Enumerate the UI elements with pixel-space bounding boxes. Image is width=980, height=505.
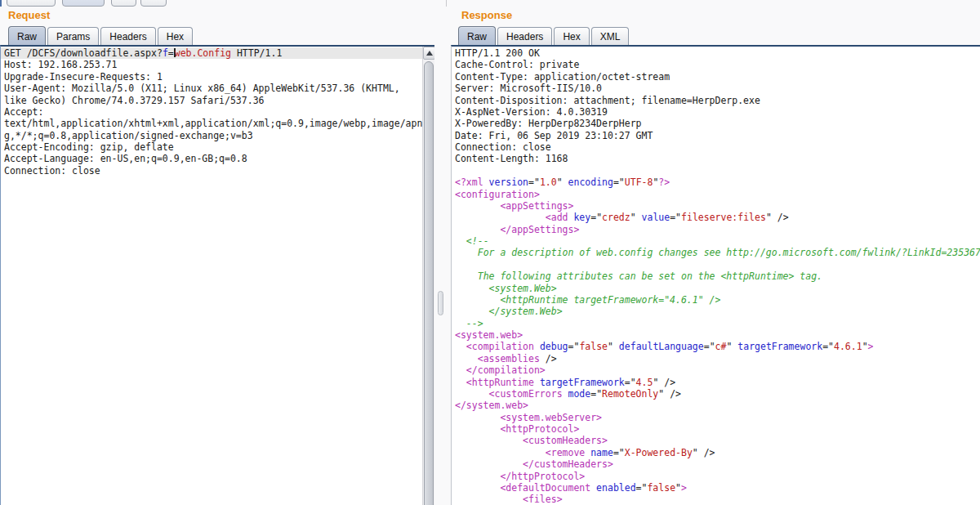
response-raw-text[interactable]: HTTP/1.1 200 OKCache-Control: privateCon…	[452, 47, 980, 505]
code-line: X-AspNet-Version: 4.0.30319	[455, 106, 980, 118]
tab-hex[interactable]: Hex	[554, 27, 589, 45]
window-edge-accent	[0, 0, 2, 7]
code-line: <files>	[455, 494, 980, 505]
code-line: <system.web>	[455, 329, 980, 341]
code-line: <httpRuntime targetFramework="4.5" />	[455, 377, 980, 388]
code-line: Connection: close	[4, 165, 422, 177]
code-line: Server: Microsoft-IIS/10.0	[455, 83, 980, 94]
code-line: Content-Type: application/octet-stream	[455, 71, 980, 83]
code-line: Cache-Control: private	[455, 59, 980, 70]
code-line: g,*/*;q=0.8,application/signed-exchange;…	[4, 130, 422, 141]
code-line: </appSettings>	[455, 224, 980, 235]
code-line: Upgrade-Insecure-Requests: 1	[4, 71, 422, 83]
tab-xml[interactable]: XML	[591, 27, 630, 45]
request-scrollbar[interactable]	[422, 47, 434, 505]
code-line: <compilation debug="false" defaultLangua…	[455, 341, 980, 352]
code-line: User-Agent: Mozilla/5.0 (X11; Linux x86_…	[4, 83, 422, 94]
code-line: Content-Disposition: attachment; filenam…	[455, 95, 980, 106]
code-line: </system.web>	[455, 400, 980, 411]
tab-params[interactable]: Params	[47, 27, 99, 45]
code-line: <customHeaders>	[455, 435, 980, 446]
scrollbar-thumb[interactable]	[424, 61, 434, 505]
code-line: <customErrors mode="RemoteOnly" />	[455, 388, 980, 400]
tab-headers[interactable]: Headers	[497, 27, 552, 45]
toolbar-button-1[interactable]	[7, 0, 56, 7]
code-line: like Gecko) Chrome/74.0.3729.157 Safari/…	[4, 95, 422, 106]
code-line: text/html,application/xhtml+xml,applicat…	[4, 118, 422, 129]
response-title: Response	[461, 9, 512, 21]
code-line: Accept:	[4, 106, 422, 118]
request-title: Request	[8, 9, 50, 21]
code-line: HTTP/1.1 200 OK	[455, 47, 980, 59]
code-line	[455, 259, 980, 270]
scroll-up-button[interactable]	[423, 47, 434, 60]
code-line: Accept-Encoding: gzip, deflate	[4, 141, 422, 153]
code-line: <add key="credz" value="fileserve:files"…	[455, 212, 980, 223]
code-line: For a description of web.config changes …	[455, 247, 980, 258]
code-line	[455, 165, 980, 177]
pane-divider[interactable]	[434, 45, 451, 505]
code-line: </system.Web>	[455, 306, 980, 317]
code-line: X-PoweredBy: HerpDerp8234DerpHerp	[455, 118, 980, 129]
code-line: <defaultDocument enabled="false">	[455, 482, 980, 494]
code-line: <httpProtocol>	[455, 423, 980, 435]
code-line: Connection: close	[455, 141, 980, 153]
code-line: <?xml version="1.0" encoding="UTF-8"?>	[455, 177, 980, 188]
code-line: The following attributes can be set on t…	[455, 270, 980, 282]
code-line: <httpRuntime targetFramework="4.6.1" />	[455, 294, 980, 306]
response-tabs: RawHeadersHexXML	[458, 27, 630, 45]
tab-hex[interactable]: Hex	[158, 27, 193, 45]
code-line: </customHeaders>	[455, 458, 980, 470]
top-divider-line	[446, 0, 447, 7]
code-line: </httpProtocol>	[455, 471, 980, 482]
code-line: -->	[455, 318, 980, 329]
burp-message-editor: Request RawParamsHeadersHex GET /DCFS/do…	[0, 0, 980, 505]
tab-raw[interactable]: Raw	[458, 26, 496, 45]
code-line: <system.Web>	[455, 283, 980, 294]
code-line: <assemblies />	[455, 353, 980, 364]
code-line: <configuration>	[455, 189, 980, 200]
response-editor[interactable]: HTTP/1.1 200 OKCache-Control: privateCon…	[451, 45, 980, 505]
code-line: GET /DCFS/downloadfile.aspx?f=web.Config…	[1, 47, 422, 59]
toolbar-button-2[interactable]	[62, 0, 105, 7]
code-line: <appSettings>	[455, 200, 980, 212]
tab-raw[interactable]: Raw	[8, 26, 46, 45]
code-line: <remove name="X-Powered-By" />	[455, 447, 980, 458]
code-line: Host: 192.168.253.71	[4, 59, 422, 70]
code-line: Content-Length: 1168	[455, 153, 980, 164]
divider-grip[interactable]	[438, 291, 443, 315]
request-editor[interactable]: GET /DCFS/downloadfile.aspx?f=web.Config…	[0, 45, 434, 505]
request-raw-text[interactable]: GET /DCFS/downloadfile.aspx?f=web.Config…	[1, 47, 422, 505]
toolbar-button-3[interactable]	[111, 0, 136, 7]
toolbar-cutoff	[0, 0, 980, 7]
code-line: <system.webServer>	[455, 412, 980, 423]
code-line: Date: Fri, 06 Sep 2019 23:10:27 GMT	[455, 130, 980, 141]
toolbar-button-4[interactable]	[140, 0, 167, 7]
code-line: Accept-Language: en-US,en;q=0.9,en-GB;q=…	[4, 153, 422, 164]
up-arrow-icon	[426, 51, 433, 56]
tab-headers[interactable]: Headers	[100, 27, 155, 45]
code-line: <!--	[455, 235, 980, 247]
request-tabs: RawParamsHeadersHex	[8, 27, 194, 45]
code-line: </compilation>	[455, 364, 980, 376]
